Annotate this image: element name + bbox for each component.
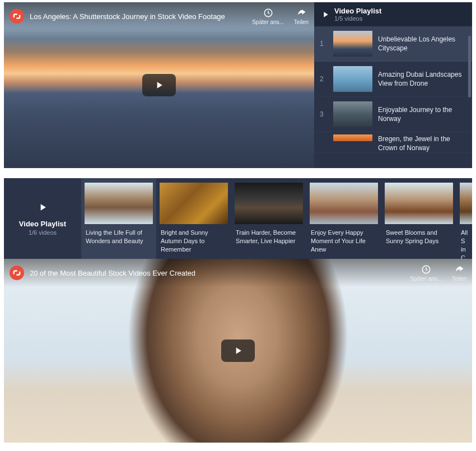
shutterstock-icon bbox=[13, 12, 21, 20]
carousel-item-title: Bright and Sunny Autumn Days to Remember bbox=[160, 229, 228, 254]
clock-icon bbox=[263, 8, 273, 18]
channel-avatar[interactable] bbox=[10, 9, 24, 24]
playlist-item[interactable]: Bregen, the Jewel in the Crown of Norway bbox=[314, 132, 472, 153]
play-button[interactable] bbox=[142, 74, 176, 96]
video-title[interactable]: 20 of the Most Beautiful Stock Videos Ev… bbox=[30, 269, 410, 277]
share-label: Teilen bbox=[294, 19, 309, 25]
play-icon bbox=[321, 10, 330, 19]
watch-later-label: Später ans... bbox=[410, 276, 442, 282]
share-icon bbox=[454, 264, 464, 275]
playlist-item-title: Enjoyable Journey to the Norway bbox=[378, 105, 466, 123]
video-player-2: Video Playlist 1/6 videos Living the Lif… bbox=[4, 178, 472, 443]
play-button[interactable] bbox=[221, 340, 255, 362]
playlist-thumbnail bbox=[333, 101, 372, 127]
video-actions: Später ans... Teilen bbox=[252, 8, 309, 25]
share-button[interactable]: Teilen bbox=[452, 264, 466, 282]
playlist-header: Video Playlist 1/5 videos bbox=[314, 2, 472, 26]
carousel: Video Playlist 1/6 videos Living the Lif… bbox=[4, 178, 472, 259]
carousel-item-title: All S in C bbox=[460, 229, 469, 259]
video-title[interactable]: Los Angeles: A Shutterstock Journey in S… bbox=[30, 12, 252, 21]
playlist-pane: Video Playlist 1/5 videos 1 Unbelievable… bbox=[314, 2, 472, 168]
carousel-item-title: Sweet Blooms and Sunny Spring Days bbox=[385, 229, 453, 245]
carousel-thumbnail bbox=[460, 183, 472, 224]
video-actions: Später ans... Teilen bbox=[410, 264, 466, 282]
playlist-item[interactable]: 3 Enjoyable Journey to the Norway bbox=[314, 97, 472, 132]
playlist-thumbnail bbox=[333, 31, 372, 57]
play-icon bbox=[232, 345, 244, 356]
carousel-thumbnail bbox=[235, 183, 303, 224]
playlist-item[interactable]: 2 Amazing Dubai Landscapes View from Dro… bbox=[314, 62, 472, 97]
watch-later-label: Später ans... bbox=[252, 19, 284, 25]
playlist-thumbnail bbox=[333, 134, 372, 141]
carousel-items[interactable]: Living the Life Full of Wonders and Beau… bbox=[81, 178, 472, 259]
carousel-item-title: Train Harder, Become Smarter, Live Happi… bbox=[235, 229, 303, 245]
carousel-item[interactable]: Sweet Blooms and Sunny Spring Days bbox=[381, 178, 456, 259]
carousel-thumbnail bbox=[310, 183, 378, 224]
carousel-thumbnail bbox=[385, 183, 453, 224]
channel-avatar[interactable] bbox=[10, 266, 24, 280]
share-label: Teilen bbox=[452, 276, 466, 282]
playlist-item-number: 1 bbox=[320, 40, 328, 48]
video-overlay: 20 of the Most Beautiful Stock Videos Ev… bbox=[4, 259, 472, 287]
carousel-item[interactable]: Living the Life Full of Wonders and Beau… bbox=[81, 178, 156, 259]
carousel-item[interactable]: Enjoy Every Happy Moment of Your Life An… bbox=[306, 178, 381, 259]
video-overlay: Los Angeles: A Shutterstock Journey in S… bbox=[4, 2, 314, 30]
carousel-item[interactable]: Train Harder, Become Smarter, Live Happi… bbox=[231, 178, 306, 259]
playlist-item-number: 3 bbox=[320, 110, 328, 118]
clock-icon bbox=[421, 264, 431, 275]
watch-later-button[interactable]: Später ans... bbox=[252, 8, 284, 25]
playlist-items[interactable]: 1 Unbelievable Los Angeles Cityscape 2 A… bbox=[314, 26, 472, 168]
play-icon bbox=[37, 202, 48, 213]
playlist-title: Video Playlist bbox=[19, 220, 66, 228]
playlist-item-title: Bregen, the Jewel in the Crown of Norway bbox=[378, 134, 466, 152]
playlist-item-title: Amazing Dubai Landscapes View from Drone bbox=[378, 70, 466, 88]
playlist-count: 1/5 videos bbox=[334, 15, 381, 22]
playlist-item[interactable]: 1 Unbelievable Los Angeles Cityscape bbox=[314, 26, 472, 62]
share-button[interactable]: Teilen bbox=[294, 8, 309, 25]
playlist-item-number: 2 bbox=[320, 75, 328, 83]
shutterstock-icon bbox=[13, 269, 21, 277]
carousel-item[interactable]: Bright and Sunny Autumn Days to Remember bbox=[156, 178, 231, 259]
video-area[interactable]: 20 of the Most Beautiful Stock Videos Ev… bbox=[4, 259, 472, 443]
playlist-item-title: Unbelievable Los Angeles Cityscape bbox=[378, 35, 466, 53]
carousel-item-title: Living the Life Full of Wonders and Beau… bbox=[85, 229, 153, 245]
playlist-count: 1/6 videos bbox=[29, 229, 57, 236]
scrollbar[interactable] bbox=[468, 36, 471, 97]
video-player-1: Los Angeles: A Shutterstock Journey in S… bbox=[4, 2, 472, 168]
playlist-title: Video Playlist bbox=[334, 7, 381, 15]
watch-later-button[interactable]: Später ans... bbox=[410, 264, 442, 282]
video-area[interactable]: Los Angeles: A Shutterstock Journey in S… bbox=[4, 2, 314, 168]
carousel-thumbnail bbox=[85, 183, 153, 224]
playlist-thumbnail bbox=[333, 66, 372, 92]
carousel-thumbnail bbox=[160, 183, 228, 224]
play-icon bbox=[153, 80, 165, 91]
share-icon bbox=[296, 8, 306, 18]
carousel-header: Video Playlist 1/6 videos bbox=[4, 178, 81, 259]
carousel-item-title: Enjoy Every Happy Moment of Your Life An… bbox=[310, 229, 378, 254]
carousel-item[interactable]: All S in C bbox=[456, 178, 472, 259]
